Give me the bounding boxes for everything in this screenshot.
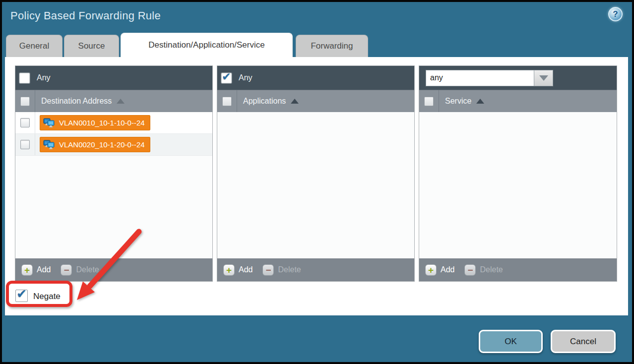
applications-any-label: Any [239, 73, 253, 82]
service-select-all-checkbox[interactable] [424, 97, 434, 106]
service-column-header-row: Service [419, 90, 617, 112]
destination-select-all-checkbox[interactable] [20, 97, 30, 106]
check-icon: ✔ [16, 287, 27, 301]
destination-any-checkbox[interactable]: ✔ [19, 73, 30, 83]
tab-general[interactable]: General [6, 35, 63, 57]
destination-panel: ✔ Any Destination Address [15, 65, 213, 282]
tab-source[interactable]: Source [64, 35, 119, 57]
address-object-label: VLAN0010_10-1-10-0--24 [59, 119, 145, 127]
delete-label: Delete [278, 265, 301, 274]
destination-column-header[interactable]: Destination Address [41, 97, 112, 106]
tab-content: ✔ Any Destination Address [5, 57, 628, 315]
add-label: Add [239, 265, 253, 274]
service-any-bar: any [419, 66, 617, 90]
applications-add-button[interactable]: + Add [223, 264, 253, 276]
service-add-button[interactable]: + Add [425, 264, 454, 276]
network-address-icon [43, 118, 55, 128]
network-address-icon [43, 140, 55, 150]
row-checkbox[interactable] [20, 118, 30, 127]
tab-forwarding[interactable]: Forwarding [296, 35, 368, 57]
ok-button[interactable]: OK [479, 330, 543, 353]
destination-column-header-row: Destination Address [15, 90, 212, 112]
add-icon: + [425, 264, 437, 276]
delete-icon: − [464, 264, 476, 276]
applications-delete-button[interactable]: − Delete [262, 264, 301, 276]
applications-panel: ✔ Any Applications + Add − Delete [217, 65, 415, 282]
destination-any-label: Any [37, 73, 51, 82]
service-list [419, 112, 617, 258]
add-label: Add [441, 265, 454, 274]
service-column-header[interactable]: Service [445, 97, 471, 106]
plus-glyph: + [428, 265, 434, 275]
help-button[interactable]: ? [608, 7, 623, 21]
address-object[interactable]: VLAN0020_10-1-20-0--24 [40, 137, 150, 152]
applications-any-checkbox[interactable]: ✔ [221, 73, 232, 83]
negate-label[interactable]: Negate [33, 292, 61, 302]
applications-list [217, 112, 414, 258]
sort-asc-icon [117, 99, 125, 104]
applications-footer: + Add − Delete [217, 258, 414, 281]
sort-asc-icon [476, 99, 484, 104]
service-footer: + Add − Delete [419, 258, 617, 281]
pbf-rule-dialog: Policy Based Forwarding Rule ? General S… [0, 0, 634, 364]
table-row: VLAN0020_10-1-20-0--24 [15, 134, 212, 156]
applications-any-bar: ✔ Any [217, 66, 414, 90]
tab-destination-application-service[interactable]: Destination/Application/Service [121, 33, 293, 57]
plus-glyph: + [226, 265, 232, 275]
check-icon: ✔ [222, 70, 231, 83]
table-row: VLAN0010_10-1-10-0--24 [15, 112, 212, 134]
service-dropdown-button[interactable] [534, 70, 553, 86]
service-dropdown-input[interactable]: any [426, 70, 534, 86]
minus-glyph: − [265, 265, 271, 275]
delete-icon: − [61, 264, 72, 276]
destination-add-button[interactable]: + Add [21, 264, 51, 276]
add-icon: + [21, 264, 33, 276]
address-object-label: VLAN0020_10-1-20-0--24 [59, 140, 145, 149]
service-combo: any [426, 70, 553, 86]
negate-checkbox[interactable]: ✔ [15, 290, 28, 302]
plus-glyph: + [24, 265, 30, 275]
applications-column-header-row: Applications [217, 90, 414, 112]
destination-delete-button[interactable]: − Delete [61, 264, 99, 276]
chevron-down-icon [539, 75, 548, 81]
add-icon: + [223, 264, 235, 276]
delete-icon: − [262, 264, 274, 276]
destination-list: VLAN0010_10-1-10-0--24 [15, 112, 212, 258]
add-label: Add [37, 265, 51, 274]
delete-label: Delete [76, 265, 99, 274]
minus-glyph: − [63, 265, 69, 275]
address-object[interactable]: VLAN0010_10-1-10-0--24 [40, 115, 150, 130]
dialog-title: Policy Based Forwarding Rule [10, 9, 161, 22]
destination-footer: + Add − Delete [15, 258, 212, 281]
help-icon: ? [613, 10, 618, 18]
applications-select-all-checkbox[interactable] [222, 97, 232, 106]
row-checkbox[interactable] [20, 140, 30, 149]
destination-any-bar: ✔ Any [15, 66, 212, 90]
delete-label: Delete [480, 265, 503, 274]
sort-asc-icon [291, 99, 299, 104]
applications-column-header[interactable]: Applications [243, 97, 286, 106]
minus-glyph: − [467, 265, 473, 275]
service-delete-button[interactable]: − Delete [464, 264, 503, 276]
service-panel: any Service + Add − Delete [419, 65, 617, 282]
cancel-button[interactable]: Cancel [551, 330, 616, 353]
